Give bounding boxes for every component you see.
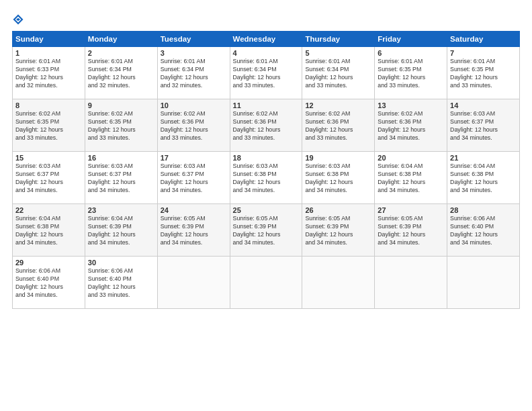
calendar-cell — [375, 257, 447, 309]
day-number: 26 — [305, 206, 371, 214]
day-detail: Sunrise: 6:06 AM Sunset: 6:40 PM Dayligh… — [15, 267, 82, 300]
day-detail: Sunrise: 6:01 AM Sunset: 6:34 PM Dayligh… — [161, 58, 227, 90]
day-detail: Sunrise: 6:01 AM Sunset: 6:34 PM Dayligh… — [88, 58, 154, 90]
calendar-cell: 9Sunrise: 6:02 AM Sunset: 6:35 PM Daylig… — [85, 99, 157, 152]
calendar-cell: 8Sunrise: 6:02 AM Sunset: 6:35 PM Daylig… — [13, 99, 85, 152]
day-number: 23 — [88, 206, 154, 214]
day-detail: Sunrise: 6:03 AM Sunset: 6:37 PM Dayligh… — [450, 110, 517, 142]
calendar-cell: 11Sunrise: 6:02 AM Sunset: 6:36 PM Dayli… — [230, 99, 302, 152]
day-number: 25 — [233, 206, 300, 214]
day-detail: Sunrise: 6:05 AM Sunset: 6:39 PM Dayligh… — [378, 215, 444, 247]
day-detail: Sunrise: 6:06 AM Sunset: 6:40 PM Dayligh… — [450, 215, 517, 247]
day-detail: Sunrise: 6:03 AM Sunset: 6:37 PM Dayligh… — [161, 163, 227, 195]
day-detail: Sunrise: 6:01 AM Sunset: 6:34 PM Dayligh… — [233, 58, 300, 90]
weekday-header-thursday: Thursday — [302, 32, 375, 47]
page-header — [12, 12, 520, 26]
day-detail: Sunrise: 6:01 AM Sunset: 6:35 PM Dayligh… — [378, 58, 444, 90]
calendar-cell: 29Sunrise: 6:06 AM Sunset: 6:40 PM Dayli… — [13, 257, 85, 309]
day-number: 5 — [305, 49, 371, 57]
day-number: 3 — [161, 49, 227, 57]
calendar-cell: 18Sunrise: 6:03 AM Sunset: 6:38 PM Dayli… — [230, 152, 302, 204]
day-detail: Sunrise: 6:02 AM Sunset: 6:36 PM Dayligh… — [378, 110, 444, 142]
day-detail: Sunrise: 6:02 AM Sunset: 6:35 PM Dayligh… — [15, 110, 82, 142]
logo-icon — [12, 13, 24, 26]
day-number: 18 — [233, 154, 300, 162]
calendar-table: SundayMondayTuesdayWednesdayThursdayFrid… — [12, 31, 520, 309]
logo — [12, 12, 27, 26]
calendar-cell: 21Sunrise: 6:04 AM Sunset: 6:38 PM Dayli… — [447, 152, 520, 204]
day-detail: Sunrise: 6:03 AM Sunset: 6:38 PM Dayligh… — [233, 163, 300, 195]
day-number: 29 — [15, 259, 82, 267]
calendar-page: SundayMondayTuesdayWednesdayThursdayFrid… — [0, 0, 532, 411]
calendar-cell: 25Sunrise: 6:05 AM Sunset: 6:39 PM Dayli… — [230, 204, 302, 257]
day-detail: Sunrise: 6:03 AM Sunset: 6:37 PM Dayligh… — [88, 163, 154, 195]
day-detail: Sunrise: 6:01 AM Sunset: 6:35 PM Dayligh… — [450, 58, 517, 90]
calendar-cell — [302, 257, 375, 309]
day-number: 9 — [88, 101, 154, 109]
weekday-header-saturday: Saturday — [447, 32, 520, 47]
calendar-cell: 22Sunrise: 6:04 AM Sunset: 6:38 PM Dayli… — [13, 204, 85, 257]
weekday-header-friday: Friday — [375, 32, 447, 47]
day-detail: Sunrise: 6:02 AM Sunset: 6:36 PM Dayligh… — [233, 110, 300, 142]
calendar-cell: 15Sunrise: 6:03 AM Sunset: 6:37 PM Dayli… — [13, 152, 85, 204]
calendar-cell: 30Sunrise: 6:06 AM Sunset: 6:40 PM Dayli… — [85, 257, 157, 309]
calendar-cell: 19Sunrise: 6:03 AM Sunset: 6:38 PM Dayli… — [302, 152, 375, 204]
day-detail: Sunrise: 6:05 AM Sunset: 6:39 PM Dayligh… — [233, 215, 300, 247]
calendar-cell: 23Sunrise: 6:04 AM Sunset: 6:39 PM Dayli… — [85, 204, 157, 257]
day-detail: Sunrise: 6:03 AM Sunset: 6:38 PM Dayligh… — [305, 163, 371, 195]
weekday-header-row: SundayMondayTuesdayWednesdayThursdayFrid… — [13, 32, 520, 47]
calendar-cell: 16Sunrise: 6:03 AM Sunset: 6:37 PM Dayli… — [85, 152, 157, 204]
calendar-cell: 20Sunrise: 6:04 AM Sunset: 6:38 PM Dayli… — [375, 152, 447, 204]
day-number: 6 — [378, 49, 444, 57]
calendar-cell: 17Sunrise: 6:03 AM Sunset: 6:37 PM Dayli… — [157, 152, 230, 204]
day-detail: Sunrise: 6:01 AM Sunset: 6:33 PM Dayligh… — [15, 58, 82, 90]
calendar-cell: 7Sunrise: 6:01 AM Sunset: 6:35 PM Daylig… — [447, 47, 520, 99]
calendar-cell: 13Sunrise: 6:02 AM Sunset: 6:36 PM Dayli… — [375, 99, 447, 152]
day-number: 17 — [161, 154, 227, 162]
calendar-cell: 3Sunrise: 6:01 AM Sunset: 6:34 PM Daylig… — [157, 47, 230, 99]
calendar-cell — [447, 257, 520, 309]
calendar-cell: 14Sunrise: 6:03 AM Sunset: 6:37 PM Dayli… — [447, 99, 520, 152]
weekday-header-sunday: Sunday — [13, 32, 85, 47]
day-number: 1 — [15, 49, 82, 57]
calendar-week-row: 15Sunrise: 6:03 AM Sunset: 6:37 PM Dayli… — [13, 152, 520, 204]
calendar-week-row: 1Sunrise: 6:01 AM Sunset: 6:33 PM Daylig… — [13, 47, 520, 99]
day-number: 8 — [15, 101, 82, 109]
day-detail: Sunrise: 6:05 AM Sunset: 6:39 PM Dayligh… — [305, 215, 371, 247]
day-number: 16 — [88, 154, 154, 162]
day-number: 21 — [450, 154, 517, 162]
calendar-cell: 1Sunrise: 6:01 AM Sunset: 6:33 PM Daylig… — [13, 47, 85, 99]
calendar-cell: 5Sunrise: 6:01 AM Sunset: 6:34 PM Daylig… — [302, 47, 375, 99]
day-number: 13 — [378, 101, 444, 109]
calendar-cell: 6Sunrise: 6:01 AM Sunset: 6:35 PM Daylig… — [375, 47, 447, 99]
calendar-cell: 12Sunrise: 6:02 AM Sunset: 6:36 PM Dayli… — [302, 99, 375, 152]
day-number: 27 — [378, 206, 444, 214]
day-detail: Sunrise: 6:02 AM Sunset: 6:36 PM Dayligh… — [161, 110, 227, 142]
day-detail: Sunrise: 6:01 AM Sunset: 6:34 PM Dayligh… — [305, 58, 371, 90]
day-detail: Sunrise: 6:04 AM Sunset: 6:38 PM Dayligh… — [378, 163, 444, 195]
day-number: 4 — [233, 49, 300, 57]
weekday-header-wednesday: Wednesday — [230, 32, 302, 47]
day-number: 24 — [161, 206, 227, 214]
day-detail: Sunrise: 6:02 AM Sunset: 6:35 PM Dayligh… — [88, 110, 154, 142]
day-number: 10 — [161, 101, 227, 109]
day-detail: Sunrise: 6:03 AM Sunset: 6:37 PM Dayligh… — [15, 163, 82, 195]
day-number: 20 — [378, 154, 444, 162]
day-detail: Sunrise: 6:04 AM Sunset: 6:38 PM Dayligh… — [15, 215, 82, 247]
day-detail: Sunrise: 6:04 AM Sunset: 6:38 PM Dayligh… — [450, 163, 517, 195]
day-number: 11 — [233, 101, 300, 109]
day-detail: Sunrise: 6:04 AM Sunset: 6:39 PM Dayligh… — [88, 215, 154, 247]
weekday-header-monday: Monday — [85, 32, 157, 47]
calendar-cell: 4Sunrise: 6:01 AM Sunset: 6:34 PM Daylig… — [230, 47, 302, 99]
day-number: 19 — [305, 154, 371, 162]
day-detail: Sunrise: 6:05 AM Sunset: 6:39 PM Dayligh… — [161, 215, 227, 247]
day-number: 22 — [15, 206, 82, 214]
day-number: 28 — [450, 206, 517, 214]
day-number: 30 — [88, 259, 154, 267]
calendar-cell: 28Sunrise: 6:06 AM Sunset: 6:40 PM Dayli… — [447, 204, 520, 257]
day-number: 12 — [305, 101, 371, 109]
calendar-cell: 26Sunrise: 6:05 AM Sunset: 6:39 PM Dayli… — [302, 204, 375, 257]
calendar-cell: 2Sunrise: 6:01 AM Sunset: 6:34 PM Daylig… — [85, 47, 157, 99]
day-number: 2 — [88, 49, 154, 57]
calendar-week-row: 8Sunrise: 6:02 AM Sunset: 6:35 PM Daylig… — [13, 99, 520, 152]
